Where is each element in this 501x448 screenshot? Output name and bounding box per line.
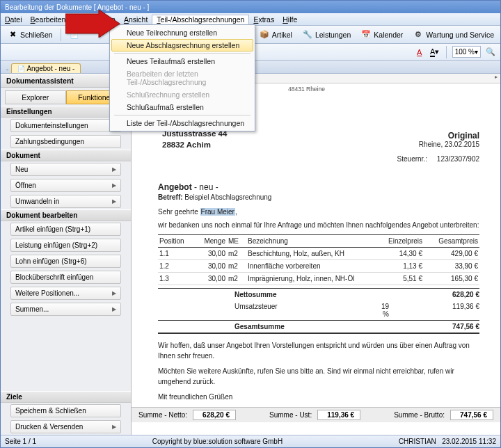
salutation: Sehr geehrte Frau Meier, (158, 208, 479, 216)
btn-drucken-versenden[interactable]: Drucken & Versenden▶ (10, 420, 121, 433)
page-indicator: Seite 1 / 1 (5, 438, 36, 445)
status-datetime: 23.02.2015 11:32 (442, 438, 496, 445)
closing-text: Wir hoffen, daß unser Angebot Ihren Vors… (158, 341, 479, 403)
gear-icon: ⚙ (413, 29, 424, 40)
status-bar: Seite 1 / 1 Copyright by blue:solution s… (1, 435, 500, 447)
btn-lohn-einf[interactable]: Lohn einfügen (Strg+6) (10, 255, 121, 268)
chevron-right-icon: ▶ (112, 166, 116, 173)
btn-speichern-schliessen[interactable]: Speichern & Schließen (10, 404, 121, 417)
menu-item-liste[interactable]: Liste der Teil-/Abschlagsrechnungen (111, 117, 253, 129)
btn-oeffnen[interactable]: Öffnen▶ (10, 179, 121, 192)
document-icon: 📄 (69, 29, 80, 40)
underline-icon[interactable]: A (414, 47, 425, 58)
sum-ust: 119,36 € (317, 410, 360, 420)
close-button[interactable]: ✖Schließen (3, 29, 56, 41)
app-window: Bearbeitung der Dokumente [ Angebot - ne… (0, 0, 501, 448)
close-icon: ✖ (7, 29, 18, 40)
menu-stammdaten[interactable]: Stammdaten (70, 15, 120, 24)
menu-item-schlussaufmass[interactable]: Schlußaufmaß erstellen (111, 101, 253, 113)
sender-line: 48431 Rheine (288, 86, 325, 93)
fontcolor-icon[interactable]: A▾ (429, 47, 440, 58)
btn-neu[interactable]: Neu▶ (10, 163, 121, 176)
sum-brutto: 747,56 € (450, 410, 493, 420)
title-bar: Bearbeitung der Dokumente [ Angebot - ne… (1, 1, 500, 13)
section-ziele: Ziele (1, 391, 131, 403)
items-table: Position Menge ME Bezeichnung Einzelprei… (158, 234, 479, 285)
menu-item-neue-teilrechnung[interactable]: Neue Teilrechnung erstellen (111, 26, 253, 39)
menu-item-bearbeiten-letzte: Bearbeiten der letzten Teil-/Abschlagsre… (111, 67, 253, 88)
chevron-right-icon: ▶ (112, 290, 116, 296)
menu-ansicht[interactable]: Ansicht (120, 15, 152, 24)
btn-dokeinst[interactable]: Dokumenteinstellungen (10, 119, 121, 132)
copyright: Copyright by blue:solution software GmbH (152, 438, 283, 445)
sidebar-tab-explorer[interactable]: Explorer (5, 90, 66, 104)
toolbar-artikel[interactable]: 📦Artikel (255, 29, 296, 41)
wrench-icon: 🔧 (302, 29, 313, 40)
btn-leistung-einf[interactable]: Leistung einfügen (Strg+2) (10, 239, 121, 252)
btn-artikel-einf[interactable]: Artikel einfügen (Strg+1) (10, 223, 121, 236)
toolbar-wartung[interactable]: ⚙Wartung und Service (409, 29, 498, 41)
summary-bar: Summe - Netto:628,20 € Summe - Ust:119,3… (132, 407, 500, 422)
menu-teilabschlag[interactable]: Teil-/Abschlagsrechnungen (152, 15, 249, 24)
toolbar-new[interactable]: 📄 (65, 29, 84, 41)
intro-text: wir bedanken uns noch einmal für Ihre An… (158, 221, 479, 229)
table-row[interactable]: 1.330,00m2Imprägnierung, Holz, innen, NH… (158, 273, 479, 285)
window-title: Bearbeitung der Dokumente [ Angebot - ne… (5, 3, 149, 11)
menu-hilfe[interactable]: Hilfe (278, 15, 301, 24)
chevron-right-icon: ▶ (112, 424, 116, 430)
section-dok-bearbeiten: Dokument bearbeiten (1, 209, 131, 221)
chevron-right-icon: ▶ (112, 198, 116, 205)
btn-umwandeln[interactable]: Umwandeln in▶ (10, 195, 121, 208)
toolbar-kalender[interactable]: 📅Kalender (357, 29, 406, 41)
btn-weitere-pos[interactable]: Weitere Positionen...▶ (10, 287, 121, 300)
sum-netto: 628,20 € (193, 410, 236, 420)
header-right: Original Rheine, 23.02.2015 Steuernr.: 1… (397, 131, 479, 163)
zoom-select[interactable]: 100 % ▾ (452, 46, 481, 58)
menu-datei[interactable]: Datei (1, 15, 26, 24)
document-tab[interactable]: 📄 Angebot - neu - (11, 63, 81, 73)
box-icon: 📦 (259, 29, 270, 40)
menu-item-neue-abschlagsrechnung[interactable]: Neue Abschlagsrechnung erstellen (111, 39, 253, 51)
chevron-right-icon: ▶ (112, 182, 116, 189)
menu-extras[interactable]: Extras (249, 15, 278, 24)
toolbar-leistungen[interactable]: 🔧Leistungen (299, 29, 354, 41)
table-row[interactable]: 1.230,00m2Innenfläche vorbereiten1,13 €3… (158, 260, 479, 273)
status-user: CHRISTIAN (399, 438, 436, 445)
btn-zahlung[interactable]: Zahlungsbedingungen (10, 135, 121, 148)
menu-dropdown: Neue Teilrechnung erstellen Neue Abschla… (109, 24, 255, 131)
section-dokument: Dokument (1, 150, 131, 161)
btn-summen[interactable]: Summen...▶ (10, 303, 121, 316)
chevron-right-icon: ▶ (112, 306, 116, 312)
menu-bearbeiten[interactable]: Bearbeiten (26, 15, 70, 24)
subject-block: Angebot - neu - Betreff: Beispiel Abschl… (158, 182, 479, 201)
menu-item-neues-teilaufmass[interactable]: Neues Teilaufmaß erstellen (111, 55, 253, 67)
menu-item-schlussrechnung: Schlußrechnung erstellen (111, 88, 253, 101)
zoom-icon[interactable]: 🔍 (485, 47, 496, 58)
btn-blockueber[interactable]: Blocküberschrift einfügen (10, 271, 121, 284)
table-row[interactable]: 1.130,00m2Beschichtung, Holz, außen, KH1… (158, 248, 479, 260)
totals: Nettosumme628,20 € Umsatzsteuer19 %119,3… (158, 288, 479, 334)
calendar-icon: 📅 (360, 29, 372, 40)
